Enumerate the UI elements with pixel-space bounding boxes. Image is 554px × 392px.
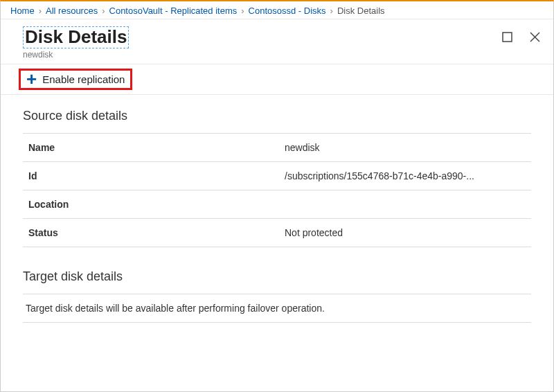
- breadcrumb-all-resources[interactable]: All resources: [46, 6, 98, 16]
- id-label: Id: [23, 161, 279, 190]
- chevron-right-icon: ›: [330, 6, 333, 16]
- name-value: newdisk: [279, 133, 531, 161]
- table-row: Id /subscriptions/155c4768-b71c-4e4b-a99…: [23, 161, 531, 190]
- page-subtitle: newdisk: [23, 50, 129, 60]
- maximize-icon[interactable]: [501, 30, 513, 43]
- page-title: Disk Details: [23, 26, 129, 48]
- name-label: Name: [23, 133, 279, 161]
- chevron-right-icon: ›: [241, 6, 244, 16]
- id-value: /subscriptions/155c4768-b71c-4e4b-a990-.…: [279, 161, 531, 190]
- breadcrumb-home[interactable]: Home: [10, 6, 35, 16]
- table-row: Location: [23, 190, 531, 218]
- breadcrumb-disks[interactable]: Contosossd - Disks: [249, 6, 326, 16]
- breadcrumb: Home › All resources › ContosoVault - Re…: [1, 1, 553, 19]
- location-label: Location: [23, 190, 279, 218]
- target-section-message: Target disk details will be available af…: [23, 294, 531, 323]
- status-value: Not protected: [279, 218, 531, 247]
- status-label: Status: [23, 218, 279, 247]
- chevron-right-icon: ›: [102, 6, 105, 16]
- svg-rect-0: [503, 33, 512, 42]
- chevron-right-icon: ›: [39, 6, 42, 16]
- source-section-title: Source disk details: [23, 109, 531, 123]
- target-section-title: Target disk details: [23, 269, 531, 284]
- table-row: Status Not protected: [23, 218, 531, 247]
- blade-header: Disk Details newdisk: [1, 19, 553, 64]
- breadcrumb-current: Disk Details: [337, 6, 385, 16]
- enable-replication-label: Enable replication: [42, 73, 125, 85]
- plus-icon: +: [26, 74, 37, 84]
- source-details-table: Name newdisk Id /subscriptions/155c4768-…: [23, 133, 531, 247]
- location-value: [279, 190, 531, 218]
- breadcrumb-vault[interactable]: ContosoVault - Replicated items: [109, 6, 238, 16]
- enable-replication-button[interactable]: + Enable replication: [19, 69, 132, 90]
- close-icon[interactable]: [528, 30, 541, 43]
- table-row: Name newdisk: [23, 133, 531, 161]
- command-bar: + Enable replication: [1, 64, 553, 95]
